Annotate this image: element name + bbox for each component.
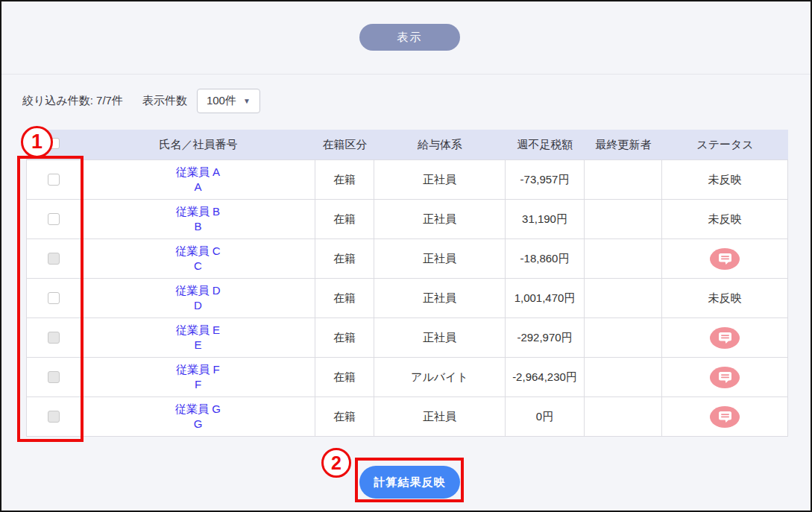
header-name: 氏名／社員番号: [81, 138, 315, 152]
display-button[interactable]: 表示: [359, 24, 460, 51]
table-row: 従業員 G G 在籍 正社員 0円: [26, 397, 788, 437]
name-cell: 従業員 A A: [81, 160, 315, 200]
salary-system-cell: 正社員: [374, 239, 506, 279]
enrollment-cell: 在籍: [315, 397, 374, 437]
row-checkbox[interactable]: [48, 292, 60, 304]
last-updater-cell: [585, 200, 662, 239]
employee-name-link[interactable]: 従業員 F: [176, 362, 219, 377]
checkbox-cell: [26, 318, 81, 358]
table-row: 従業員 A A 在籍 正社員 -73,957円 未反映: [26, 160, 788, 200]
checkbox-cell: [26, 397, 81, 437]
filtered-count-text: 絞り込み件数: 7/7件: [22, 94, 123, 108]
enrollment-cell: 在籍: [315, 160, 374, 200]
comment-icon[interactable]: [710, 327, 740, 349]
employee-name-link[interactable]: 従業員 E: [176, 323, 220, 338]
table-row: 従業員 C C 在籍 正社員 -18,860円: [26, 239, 788, 279]
last-updater-cell: [585, 397, 662, 437]
salary-system-cell: 正社員: [374, 200, 506, 239]
row-checkbox: [48, 411, 60, 423]
employee-number-link[interactable]: D: [194, 298, 202, 313]
comment-icon[interactable]: [710, 406, 740, 428]
last-updater-cell: [585, 239, 662, 279]
page-size-value: 100件: [207, 94, 236, 108]
page-size-dropdown[interactable]: 100件 ▼: [197, 89, 260, 113]
salary-system-cell: 正社員: [374, 318, 506, 358]
tax-balance-cell: 0円: [506, 397, 585, 437]
employee-number-link[interactable]: B: [194, 219, 201, 234]
employee-number-link[interactable]: G: [194, 417, 203, 432]
table-body: 従業員 A A 在籍 正社員 -73,957円 未反映 従業員 B B 在籍 正…: [26, 159, 788, 437]
employee-name-link[interactable]: 従業員 D: [176, 283, 221, 298]
select-all-checkbox[interactable]: [48, 138, 60, 149]
table-row: 従業員 F F 在籍 アルバイト -2,964,230円: [26, 358, 788, 397]
name-cell: 従業員 F F: [81, 358, 315, 397]
year-end-adjustment-page: 表示 絞り込み件数: 7/7件 表示件数 100件 ▼ 氏名／社員番号 在籍区分…: [0, 0, 812, 512]
page-size-label: 表示件数: [142, 94, 187, 108]
enrollment-cell: 在籍: [315, 239, 374, 279]
last-updater-cell: [585, 358, 662, 397]
table-row: 従業員 B B 在籍 正社員 31,190円 未反映: [26, 200, 788, 239]
status-cell: [662, 358, 788, 397]
employee-number-link[interactable]: A: [194, 180, 201, 195]
status-text: 未反映: [708, 291, 742, 306]
tax-balance-cell: -2,964,230円: [506, 358, 585, 397]
table-row: 従業員 E E 在籍 正社員 -292,970円: [26, 318, 788, 358]
salary-system-cell: 正社員: [374, 397, 506, 437]
row-checkbox[interactable]: [48, 213, 60, 225]
header-enrollment: 在籍区分: [315, 138, 374, 152]
employee-number-link[interactable]: F: [195, 377, 201, 392]
dropdown-arrow-icon: ▼: [243, 97, 251, 105]
name-cell: 従業員 B B: [81, 200, 315, 239]
name-cell: 従業員 D D: [81, 279, 315, 318]
last-updater-cell: [585, 160, 662, 200]
status-cell: 未反映: [662, 279, 788, 318]
employee-number-link[interactable]: E: [194, 338, 201, 353]
comment-icon[interactable]: [710, 248, 740, 270]
status-text: 未反映: [708, 212, 742, 227]
tax-balance-cell: -18,860円: [506, 239, 585, 279]
row-checkbox: [48, 253, 60, 265]
status-cell: [662, 318, 788, 358]
checkbox-cell: [26, 200, 81, 239]
employee-name-link[interactable]: 従業員 A: [176, 165, 220, 180]
checkbox-cell: [26, 239, 81, 279]
table-row: 従業員 D D 在籍 正社員 1,001,470円 未反映: [26, 279, 788, 318]
apply-calculation-results-button[interactable]: 計算結果反映: [359, 466, 460, 499]
row-checkbox[interactable]: [48, 174, 60, 186]
employee-name-link[interactable]: 従業員 B: [176, 204, 220, 219]
enrollment-cell: 在籍: [315, 200, 374, 239]
employee-number-link[interactable]: C: [194, 259, 202, 274]
header-status: ステータス: [662, 138, 788, 152]
salary-system-cell: アルバイト: [374, 358, 506, 397]
employee-table: 氏名／社員番号 在籍区分 給与体系 週不足税額 最終更新者 ステータス 従業員 …: [26, 130, 788, 437]
enrollment-cell: 在籍: [315, 279, 374, 318]
checkbox-cell: [26, 160, 81, 200]
salary-system-cell: 正社員: [374, 160, 506, 200]
enrollment-cell: 在籍: [315, 318, 374, 358]
tax-balance-cell: -73,957円: [506, 160, 585, 200]
header-checkbox-cell: [26, 138, 81, 151]
enrollment-cell: 在籍: [315, 358, 374, 397]
status-cell: [662, 397, 788, 437]
table-header-row: 氏名／社員番号 在籍区分 給与体系 週不足税額 最終更新者 ステータス: [26, 130, 788, 159]
checkbox-cell: [26, 358, 81, 397]
tax-balance-cell: 31,190円: [506, 200, 585, 239]
salary-system-cell: 正社員: [374, 279, 506, 318]
name-cell: 従業員 C C: [81, 239, 315, 279]
name-cell: 従業員 G G: [81, 397, 315, 437]
employee-name-link[interactable]: 従業員 G: [175, 402, 221, 417]
status-cell: 未反映: [662, 200, 788, 239]
last-updater-cell: [585, 318, 662, 358]
employee-name-link[interactable]: 従業員 C: [176, 244, 221, 259]
row-checkbox: [48, 332, 60, 344]
tax-balance-cell: 1,001,470円: [506, 279, 585, 318]
divider: [1, 74, 811, 75]
filter-bar: 絞り込み件数: 7/7件 表示件数 100件 ▼: [22, 89, 260, 113]
comment-icon[interactable]: [710, 367, 740, 388]
name-cell: 従業員 E E: [81, 318, 315, 358]
annotation-step-2-circle: 2: [321, 448, 351, 478]
header-last-updater: 最終更新者: [585, 138, 662, 152]
status-cell: [662, 239, 788, 279]
tax-balance-cell: -292,970円: [506, 318, 585, 358]
last-updater-cell: [585, 279, 662, 318]
